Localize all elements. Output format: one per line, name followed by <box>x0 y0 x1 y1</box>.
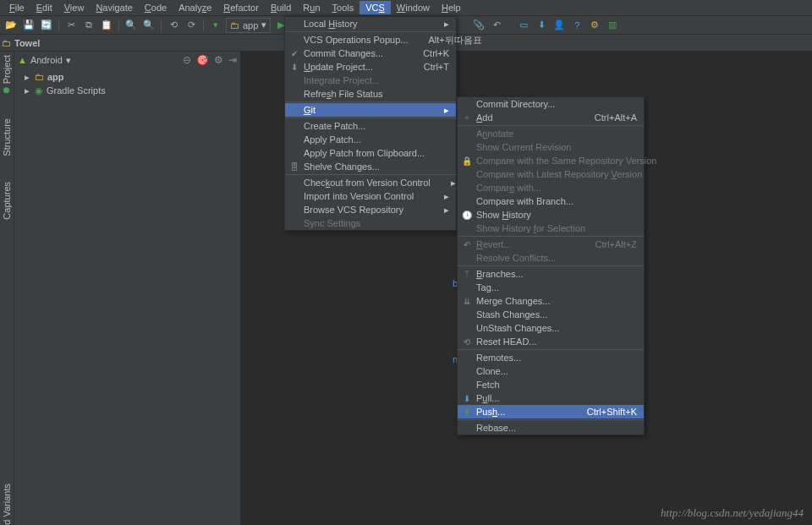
settings-toolbar-icon[interactable]: ⚙ <box>587 18 602 33</box>
menu-stash-changes[interactable]: Stash Changes... <box>458 308 644 321</box>
tool-tab-variants[interactable]: d Variants <box>2 484 12 525</box>
menu-refactor[interactable]: Refactor <box>217 1 265 14</box>
make-icon[interactable]: ▾ <box>208 18 223 33</box>
tree-label: Gradle Scripts <box>47 85 106 96</box>
menu-file[interactable]: File <box>3 1 30 14</box>
sync-icon[interactable]: 🔄 <box>39 18 54 33</box>
find-icon[interactable]: 🔍 <box>123 18 139 33</box>
separator <box>58 19 59 31</box>
vcs-dropdown-menu: Local History▸ VCS Operations Popup...Al… <box>284 16 457 231</box>
locate-icon[interactable]: 🎯 <box>196 54 209 66</box>
expand-arrow-icon[interactable]: ▸ <box>23 72 31 83</box>
menu-show-current-revision: Show Current Revision <box>458 140 644 154</box>
cut-icon[interactable]: ✂ <box>63 18 79 33</box>
open-icon[interactable]: 📂 <box>3 18 19 33</box>
gradle-icon: ◉ <box>35 85 43 96</box>
attach-icon[interactable]: 📎 <box>471 18 486 33</box>
separator <box>161 19 162 31</box>
hide-icon[interactable]: ⇥ <box>228 54 237 66</box>
menu-checkout-vcs[interactable]: Checkout from Version Control▸ <box>285 176 456 189</box>
project-panel-header: ▲ Android ▾ ⊖ 🎯 ⚙ ⇥ <box>14 52 240 68</box>
menu-build[interactable]: Build <box>265 1 297 14</box>
menu-navigate[interactable]: Navigate <box>90 1 138 14</box>
menu-reset-head[interactable]: ⟲Reset HEAD... <box>458 335 644 348</box>
menu-shelve-changes[interactable]: 🗄Shelve Changes... <box>285 160 456 173</box>
tool-tab-captures[interactable]: Captures <box>2 182 12 220</box>
menu-browse-vcs[interactable]: Browse VCS Repository▸ <box>285 203 456 216</box>
expand-arrow-icon[interactable]: ▸ <box>23 85 31 96</box>
menu-commit-changes[interactable]: ✔Commit Changes...Ctrl+K <box>285 46 456 60</box>
avd-icon[interactable]: ▭ <box>516 18 531 33</box>
menu-tools[interactable]: Tools <box>326 1 360 14</box>
menu-update-project[interactable]: ⬇Update Project...Ctrl+T <box>285 60 456 74</box>
menu-vcs[interactable]: VCS <box>359 1 391 14</box>
chevron-down-icon[interactable]: ▾ <box>66 55 71 66</box>
copy-icon[interactable]: ⧉ <box>81 18 96 33</box>
menu-local-history[interactable]: Local History▸ <box>285 17 456 30</box>
menu-rebase[interactable]: Rebase... <box>458 421 644 435</box>
menu-commit-directory[interactable]: Commit Directory... <box>458 97 644 111</box>
menu-apply-patch[interactable]: Apply Patch... <box>285 133 456 146</box>
ddms-icon[interactable]: 👤 <box>551 18 567 33</box>
menu-analyze[interactable]: Analyze <box>173 1 217 14</box>
collapse-icon[interactable]: ⊖ <box>183 54 191 66</box>
menu-window[interactable]: Window <box>391 1 436 14</box>
forward-icon[interactable]: ⟳ <box>184 18 199 33</box>
git-submenu: Commit Directory... ＋AddCtrl+Alt+A Annot… <box>457 96 645 435</box>
run-config-label: app <box>243 20 258 30</box>
menu-git-add[interactable]: ＋AddCtrl+Alt+A <box>458 111 644 124</box>
menu-tag[interactable]: Tag... <box>458 281 644 294</box>
menu-show-history[interactable]: 🕓Show History <box>458 208 644 221</box>
menu-pull[interactable]: ⬇Pull... <box>458 391 644 405</box>
folder-icon: 🗀 <box>2 38 11 48</box>
menu-view[interactable]: View <box>58 1 91 14</box>
tree-node-app[interactable]: ▸ 🗀 app <box>23 70 240 84</box>
menu-clone[interactable]: Clone... <box>458 364 644 378</box>
menu-merge-changes[interactable]: ⇊Merge Changes... <box>458 294 644 308</box>
menu-git[interactable]: Git▸ <box>285 103 456 117</box>
menu-edit[interactable]: Edit <box>30 1 58 14</box>
update-icon: ⬇ <box>288 63 300 72</box>
back-icon[interactable]: ⟲ <box>166 18 181 33</box>
menu-compare-with: Compare with... <box>458 181 644 194</box>
menu-run[interactable]: Run <box>297 1 326 14</box>
menu-unstash-changes[interactable]: UnStash Changes... <box>458 321 644 335</box>
menu-push[interactable]: ⬆Push...Ctrl+Shift+K <box>458 405 644 418</box>
help-toolbar-icon[interactable]: ? <box>569 18 584 33</box>
sdk-icon[interactable]: ⬇ <box>534 18 549 33</box>
tool-tab-structure[interactable]: Structure <box>2 118 12 156</box>
tool-tab-project[interactable]: Project <box>2 55 12 93</box>
separator <box>203 19 204 31</box>
menu-vcs-popup[interactable]: VCS Operations Popup...Alt+뒤따옴표 <box>285 33 456 46</box>
save-icon[interactable]: 💾 <box>21 18 36 33</box>
menu-code[interactable]: Code <box>139 1 173 14</box>
tree-node-gradle[interactable]: ▸ ◉ Gradle Scripts <box>23 84 240 97</box>
menu-integrate-project: Integrate Project... <box>285 74 456 87</box>
replace-icon[interactable]: 🔍 <box>141 18 156 33</box>
history-icon: 🕓 <box>461 211 473 220</box>
project-tool-window: ▲ Android ▾ ⊖ 🎯 ⚙ ⇥ ▸ 🗀 app ▸ ◉ Gradle S… <box>14 52 241 525</box>
menu-import-vcs[interactable]: Import into Version Control▸ <box>285 189 456 203</box>
merge-icon: ⇊ <box>461 297 473 306</box>
lock-icon: 🔒 <box>461 156 473 166</box>
menu-help[interactable]: Help <box>436 1 467 14</box>
run-config-selector[interactable]: 🗀 app ▾ <box>226 18 271 33</box>
gear-icon[interactable]: ⚙ <box>214 54 223 66</box>
menu-create-patch[interactable]: Create Patch... <box>285 119 456 133</box>
paste-icon[interactable]: 📋 <box>99 18 114 33</box>
menu-fetch[interactable]: Fetch <box>458 378 644 391</box>
layout-icon[interactable]: ▥ <box>605 18 620 33</box>
menu-branches[interactable]: ᛉBranches... <box>458 267 644 281</box>
revert-toolbar-icon[interactable]: ↶ <box>489 18 504 33</box>
dot-icon <box>4 87 10 93</box>
menu-apply-patch-clipboard[interactable]: Apply Patch from Clipboard... <box>285 146 456 160</box>
menu-remotes[interactable]: Remotes... <box>458 351 644 364</box>
project-view-selector[interactable]: Android <box>30 55 63 65</box>
menu-compare-latest: Compare with Latest Repository Version <box>458 167 644 181</box>
menu-refresh-status[interactable]: Refresh File Status <box>285 87 456 101</box>
menu-compare-branch[interactable]: Compare with Branch... <box>458 194 644 208</box>
breadcrumb-project[interactable]: Towel <box>14 38 40 48</box>
plus-icon: ＋ <box>461 112 473 123</box>
module-icon: 🗀 <box>35 72 44 82</box>
menu-resolve-conflicts: Resolve Conflicts... <box>458 251 644 265</box>
